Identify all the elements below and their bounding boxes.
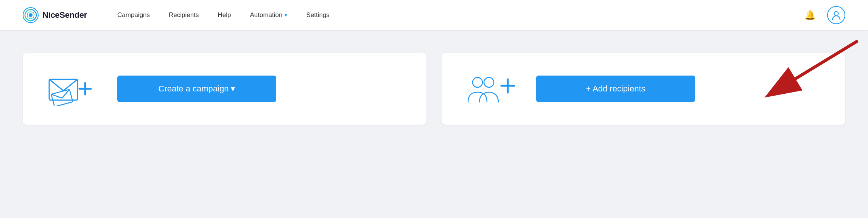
automation-dropdown-arrow: ▾ xyxy=(285,12,287,18)
brand-logo-area[interactable]: NiceSender xyxy=(23,7,87,23)
add-recipients-button[interactable]: + Add recipients xyxy=(536,76,695,102)
brand-logo-icon xyxy=(23,7,39,23)
nav-help[interactable]: Help xyxy=(218,10,231,20)
nav-campaigns[interactable]: Campaigns xyxy=(117,10,150,20)
main-content: Create a campaign ▾ + Add recipients xyxy=(0,30,868,218)
user-avatar-icon xyxy=(831,10,842,20)
svg-point-2 xyxy=(834,12,838,16)
recipients-plus-icon xyxy=(464,72,517,106)
nav-automation[interactable]: Automation ▾ xyxy=(250,10,287,20)
notifications-bell-icon[interactable]: 🔔 xyxy=(804,10,816,20)
nav-settings[interactable]: Settings xyxy=(306,10,329,20)
add-recipients-card: + Add recipients xyxy=(442,53,845,125)
cards-row: Create a campaign ▾ + Add recipients xyxy=(23,53,845,125)
user-avatar[interactable] xyxy=(827,6,845,24)
main-nav: Campaigns Recipients Help Automation ▾ S… xyxy=(117,10,804,20)
campaign-icon-area xyxy=(45,72,98,106)
navbar: NiceSender Campaigns Recipients Help Aut… xyxy=(0,0,868,30)
recipients-icon-area xyxy=(464,72,517,106)
email-plus-icon xyxy=(47,72,96,106)
svg-point-8 xyxy=(484,77,494,87)
navbar-right: 🔔 xyxy=(804,6,845,24)
brand-name: NiceSender xyxy=(42,10,87,20)
create-campaign-button[interactable]: Create a campaign ▾ xyxy=(117,76,276,102)
nav-recipients[interactable]: Recipients xyxy=(169,10,199,20)
svg-point-1 xyxy=(29,13,33,17)
svg-point-7 xyxy=(473,77,482,87)
create-campaign-card: Create a campaign ▾ xyxy=(23,53,426,125)
